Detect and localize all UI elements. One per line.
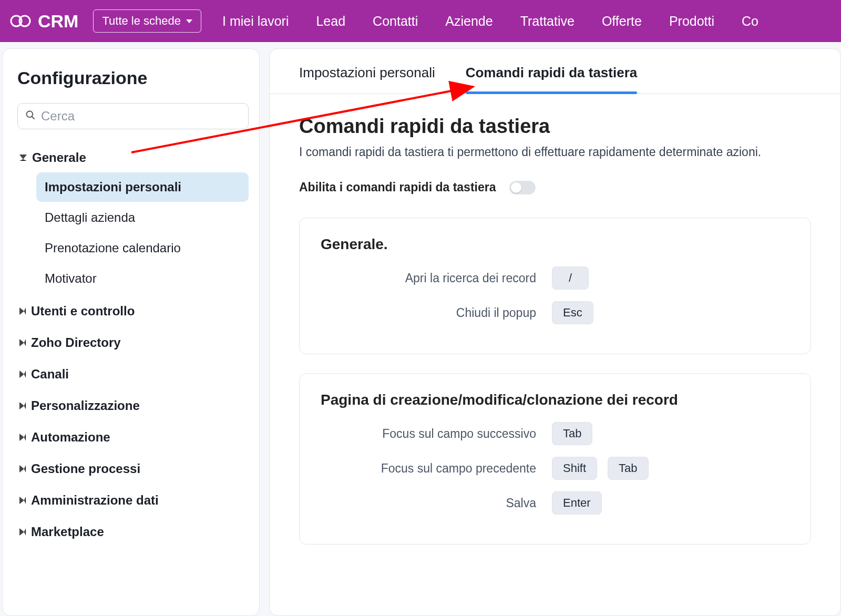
group-label: Marketplace <box>31 525 104 539</box>
nav-item[interactable]: I miei lavori <box>222 14 289 29</box>
chevron-right-icon <box>19 465 26 473</box>
chevron-right-icon <box>19 497 26 504</box>
shortcut-section-record: Pagina di creazione/modifica/clonazione … <box>299 373 811 545</box>
main-content: Impostazioni personali Comandi rapidi da… <box>269 48 841 616</box>
group-header[interactable]: Zoho Directory <box>17 329 249 356</box>
shortcut-row: Salva Enter <box>321 491 789 515</box>
group-label: Gestione processi <box>31 461 140 476</box>
group-label: Zoho Directory <box>31 335 121 350</box>
nav-item[interactable]: Contatti <box>373 14 418 29</box>
group-header[interactable]: Amministrazione dati <box>17 487 249 514</box>
shortcut-label: Focus sul campo successivo <box>321 427 552 441</box>
shortcut-label: Focus sul campo precedente <box>321 461 552 476</box>
nav-item[interactable]: Prodotti <box>669 14 714 29</box>
shortcut-row: Focus sul campo precedente Shift Tab <box>321 457 789 480</box>
chevron-right-icon <box>19 528 26 536</box>
nav-item[interactable]: Co <box>742 14 758 29</box>
shortcut-label: Chiudi il popup <box>321 306 552 320</box>
key-badge: Esc <box>552 301 593 324</box>
svg-point-2 <box>27 111 33 118</box>
nav-item[interactable]: Trattative <box>520 14 575 29</box>
key-badge: Tab <box>608 457 648 480</box>
shortcut-row: Focus sul campo successivo Tab <box>321 422 789 445</box>
toggle-label: Abilita i comandi rapidi da tastiera <box>299 180 496 194</box>
sidebar-item-prenotazione-calendario[interactable]: Prenotazione calendario <box>36 233 249 263</box>
shortcut-section-generale: Generale. Apri la ricerca dei record / C… <box>299 218 811 354</box>
page-title: Comandi rapidi da tastiera <box>299 115 811 138</box>
sidebar: Configurazione Generale Impostazioni per… <box>2 48 260 616</box>
svg-line-3 <box>32 117 35 119</box>
all-tabs-label: Tutte le schede <box>102 14 181 28</box>
shortcut-row: Apri la ricerca dei record / <box>321 266 789 290</box>
group-label: Canali <box>31 367 69 382</box>
group-header[interactable]: Personalizzazione <box>17 392 249 419</box>
chevron-right-icon <box>19 402 26 409</box>
key-badge: / <box>552 266 589 290</box>
nav-item[interactable]: Offerte <box>602 14 642 29</box>
section-title: Pagina di creazione/modifica/clonazione … <box>321 392 789 408</box>
chevron-down-icon <box>19 155 27 161</box>
shortcut-row: Chiudi il popup Esc <box>321 301 789 324</box>
section-title: Generale. <box>321 236 789 253</box>
chevron-right-icon <box>19 434 26 441</box>
nav-item[interactable]: Aziende <box>445 14 493 29</box>
group-header[interactable]: Marketplace <box>17 518 249 546</box>
chevron-right-icon <box>19 339 26 346</box>
group-header[interactable]: Automazione <box>17 424 249 451</box>
group-label: Generale <box>32 150 86 165</box>
shortcut-label: Apri la ricerca dei record <box>321 271 552 285</box>
group-label: Personalizzazione <box>31 398 140 413</box>
key-badge: Enter <box>552 491 602 515</box>
top-nav: I miei lavori Lead Contatti Aziende Trat… <box>222 14 758 29</box>
brand-label: CRM <box>38 11 78 32</box>
shortcut-label: Salva <box>321 496 552 510</box>
group-header[interactable]: Generale <box>17 144 249 171</box>
group-label: Amministrazione dati <box>31 493 159 508</box>
chevron-right-icon <box>19 371 26 378</box>
topbar: CRM Tutte le schede I miei lavori Lead C… <box>0 0 841 42</box>
content-tabs: Impostazioni personali Comandi rapidi da… <box>270 49 840 94</box>
search-input-wrap[interactable] <box>17 103 249 129</box>
group-header[interactable]: Utenti e controllo <box>17 297 249 325</box>
nav-item[interactable]: Lead <box>316 14 345 29</box>
sidebar-group-generale: Generale Impostazioni personali Dettagli… <box>17 144 249 293</box>
enable-shortcuts-toggle[interactable] <box>509 181 536 194</box>
tab-comandi-rapidi[interactable]: Comandi rapidi da tastiera <box>466 65 638 94</box>
sidebar-item-motivator[interactable]: Motivator <box>36 264 249 293</box>
tab-impostazioni-personali[interactable]: Impostazioni personali <box>299 65 435 94</box>
search-input[interactable] <box>41 109 241 124</box>
sidebar-item-impostazioni-personali[interactable]: Impostazioni personali <box>36 172 249 202</box>
group-label: Utenti e controllo <box>31 304 135 319</box>
chevron-down-icon <box>186 19 192 23</box>
sidebar-item-dettagli-azienda[interactable]: Dettagli azienda <box>36 203 249 232</box>
chevron-right-icon <box>19 307 26 315</box>
search-icon <box>25 109 36 124</box>
sidebar-title: Configurazione <box>17 68 249 88</box>
sidebar-tree: Generale Impostazioni personali Dettagli… <box>17 144 249 546</box>
group-label: Automazione <box>31 430 110 445</box>
key-badge: Tab <box>552 422 592 445</box>
page-description: I comandi rapidi da tastiera ti permetto… <box>299 145 811 159</box>
key-badge: Shift <box>552 457 597 480</box>
group-header[interactable]: Canali <box>17 361 249 388</box>
all-tabs-dropdown[interactable]: Tutte le schede <box>93 9 201 33</box>
group-header[interactable]: Gestione processi <box>17 455 249 482</box>
logo-icon <box>9 14 32 28</box>
